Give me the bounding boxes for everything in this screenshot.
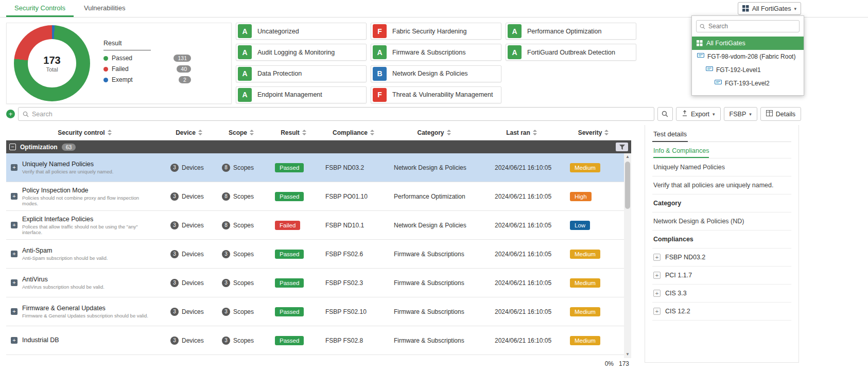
legend-item[interactable]: Failed 40 [103, 65, 191, 73]
expand-compliance-icon[interactable]: + [653, 272, 661, 279]
column-header-label: Compliance [333, 129, 368, 136]
legend-label: Failed [112, 65, 129, 73]
category-card[interactable]: A FortiGuard Outbreak Detection [506, 44, 636, 61]
column-header[interactable]: Security control [6, 125, 163, 140]
table-row[interactable]: + Explicit Interface Policies Polices th… [6, 211, 624, 240]
legend-color-dot [103, 67, 108, 72]
expand-row-icon[interactable]: + [11, 308, 18, 315]
severity-badge: Medium [570, 278, 600, 288]
compliance-item[interactable]: + FSBP ND03.2 [652, 249, 791, 267]
expand-compliance-icon[interactable]: + [653, 308, 661, 315]
legend-color-dot [103, 56, 108, 61]
compliance-item[interactable]: + CIS 3.3 [652, 285, 791, 303]
scope-count-badge: 8 [222, 221, 230, 229]
dropdown-search-input[interactable] [708, 23, 796, 30]
fortigates-selector-button[interactable]: All FortiGates ▾ [738, 2, 801, 15]
category-card[interactable]: A Uncategorized [236, 23, 367, 40]
fortigate-tree-item[interactable]: FGT-193-Level2 [692, 77, 804, 90]
device-count-label: Devices [182, 193, 204, 200]
tab-label: Vulnerabilities [84, 4, 125, 12]
device-count-badge: 3 [170, 192, 179, 201]
category-card[interactable]: F Fabric Security Hardening [371, 23, 501, 40]
scroll-up-icon[interactable]: ▲ [624, 153, 631, 161]
export-label: Export [691, 111, 709, 118]
device-count-label: Devices [182, 222, 204, 229]
expand-row-icon[interactable]: + [11, 193, 18, 200]
device-count-label: Devices [182, 164, 204, 171]
table-group-row[interactable]: − Optimization 63 [6, 140, 631, 153]
dropdown-item-all-fortigates[interactable]: All FortiGates [692, 37, 804, 50]
category-card[interactable]: A Endpoint Management [236, 86, 367, 103]
grade-badge: A [238, 45, 252, 59]
search-input[interactable] [32, 111, 650, 118]
expand-row-icon[interactable]: + [11, 279, 18, 286]
expand-row-icon[interactable]: + [11, 222, 18, 228]
category-card[interactable]: F Threat & Vulnerability Management [371, 86, 501, 103]
fsbp-label: FSBP [730, 111, 747, 118]
fortigate-tree-item[interactable]: FGT-192-Level1 [692, 63, 804, 77]
table-row[interactable]: + Policy Inspection Mode Policies should… [6, 182, 624, 211]
scroll-down-icon[interactable]: ▼ [624, 351, 631, 358]
column-header[interactable]: Result [268, 125, 319, 140]
column-header[interactable]: Severity [563, 125, 624, 140]
category-card[interactable]: A Firmware & Subscriptions [371, 44, 501, 61]
sort-icon [250, 130, 254, 135]
main-tab[interactable]: Vulnerabilities [76, 0, 133, 17]
scrollbar-thumb[interactable] [625, 162, 630, 209]
result-badge: Passed [275, 336, 304, 345]
donut-chart[interactable]: 173 Total [14, 25, 90, 101]
category-card-label: Uncategorized [257, 28, 299, 35]
column-header[interactable]: Compliance [319, 125, 388, 140]
column-header[interactable]: Last ran [480, 125, 563, 140]
grade-badge: B [373, 67, 387, 81]
device-count-label: Devices [182, 251, 204, 258]
expand-compliance-icon[interactable]: + [653, 290, 661, 297]
add-filter-button[interactable]: + [6, 110, 15, 118]
scope-count-badge: 3 [222, 308, 230, 316]
column-header-label: Scope [229, 129, 247, 136]
filter-icon[interactable] [616, 143, 628, 151]
category-card[interactable]: A Performance Optimization [506, 23, 636, 40]
control-name: AntiVirus [22, 276, 105, 283]
fsbp-dropdown-button[interactable]: FSBP ▾ [724, 107, 757, 121]
search-submit-button[interactable] [657, 107, 673, 121]
category-card[interactable]: A Audit Logging & Monitoring [236, 44, 367, 61]
sort-icon [370, 130, 374, 135]
control-description: Anti-Spam subscription should be valid. [22, 255, 108, 261]
table-row[interactable]: + Uniquely Named Policies Verify that al… [6, 153, 624, 182]
expand-compliance-icon[interactable]: + [653, 254, 661, 261]
details-icon [766, 110, 773, 118]
group-label: Optimization [20, 144, 58, 151]
grade-badge: A [373, 45, 387, 59]
table-row[interactable]: + AntiVirus AntiVirus subscription shoul… [6, 269, 624, 297]
category-card[interactable]: A Data Protection [236, 65, 367, 82]
column-header[interactable]: Category [388, 125, 480, 140]
details-toggle-button[interactable]: Details [760, 107, 801, 121]
compliance-item-label: CIS 12.2 [665, 308, 690, 315]
column-header[interactable]: Scope [215, 125, 268, 140]
expand-row-icon[interactable]: + [11, 337, 18, 344]
tab-info-compliances[interactable]: Info & Compliances [653, 147, 709, 158]
vertical-scrollbar[interactable]: ▲ ▼ [624, 153, 631, 358]
table-row[interactable]: + Industrial DB 3 Devices 3 S [6, 326, 624, 355]
export-button[interactable]: Export ▾ [676, 107, 721, 121]
details-compliances-label: Compliances [652, 231, 791, 249]
search-icon [662, 111, 668, 117]
expand-row-icon[interactable]: + [11, 164, 18, 171]
table-row[interactable]: + Firmware & General Updates Firmware & … [6, 297, 624, 326]
result-badge: Passed [275, 250, 304, 259]
table-row[interactable]: + Anti-Spam Anti-Spam subscription shoul… [6, 240, 624, 269]
legend-item[interactable]: Passed 131 [103, 55, 191, 62]
legend-item[interactable]: Exempt 2 [103, 76, 191, 83]
fortigate-tree-item[interactable]: FGT-98-vdom-208 (Fabric Root) [692, 50, 804, 63]
category-card[interactable]: B Network Design & Policies [371, 65, 501, 82]
compliance-item[interactable]: + PCI 1.1.7 [652, 267, 791, 285]
last-ran-cell: 2024/06/21 16:10:05 [480, 193, 563, 200]
compliance-item[interactable]: + CIS 12.2 [652, 303, 791, 321]
compliance-cell: FSBP FS02.3 [319, 279, 388, 287]
grade-badge: F [373, 88, 387, 102]
expand-row-icon[interactable]: + [11, 251, 18, 257]
main-tab[interactable]: Security Controls [6, 0, 74, 17]
collapse-group-icon[interactable]: − [9, 144, 16, 150]
column-header[interactable]: Device [163, 125, 215, 140]
